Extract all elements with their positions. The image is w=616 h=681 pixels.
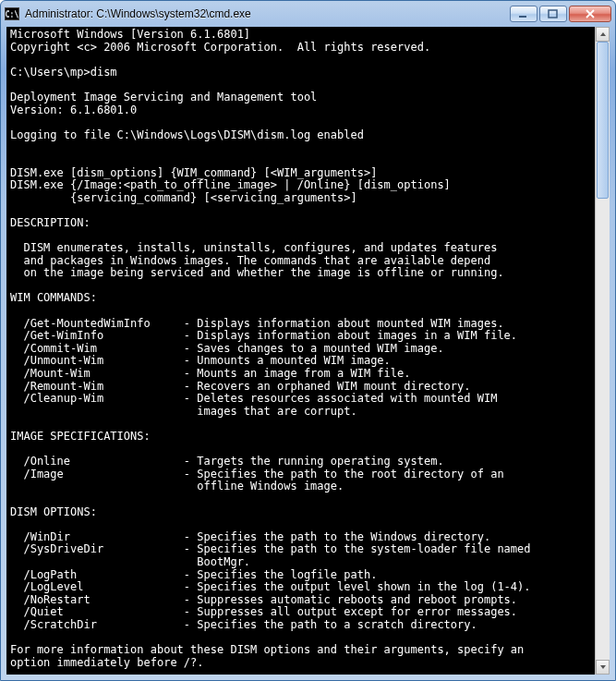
client-area: Microsoft Windows [Version 6.1.6801] Cop… — [6, 27, 610, 675]
chevron-down-icon — [599, 663, 607, 671]
scroll-up-button[interactable] — [596, 27, 610, 42]
close-button[interactable] — [569, 6, 611, 22]
scrollbar-thumb[interactable] — [597, 42, 609, 199]
cmd-icon: C:\ — [5, 7, 19, 20]
minimize-icon — [518, 9, 529, 18]
terminal-output[interactable]: Microsoft Windows [Version 6.1.6801] Cop… — [6, 27, 610, 675]
maximize-button[interactable] — [539, 6, 567, 22]
svg-rect-0 — [519, 16, 526, 18]
window-controls — [510, 6, 611, 22]
minimize-button[interactable] — [510, 6, 537, 22]
command-prompt-window: C:\ Administrator: C:\Windows\system32\c… — [0, 0, 616, 681]
close-icon — [585, 9, 596, 18]
chevron-up-icon — [599, 30, 607, 38]
svg-rect-1 — [549, 10, 557, 18]
scrollbar-track[interactable] — [596, 42, 610, 660]
window-title: Administrator: C:\Windows\system32\cmd.e… — [25, 7, 510, 20]
maximize-icon — [548, 9, 559, 18]
titlebar[interactable]: C:\ Administrator: C:\Windows\system32\c… — [1, 1, 615, 27]
scroll-down-button[interactable] — [596, 660, 610, 675]
vertical-scrollbar[interactable] — [595, 27, 610, 675]
